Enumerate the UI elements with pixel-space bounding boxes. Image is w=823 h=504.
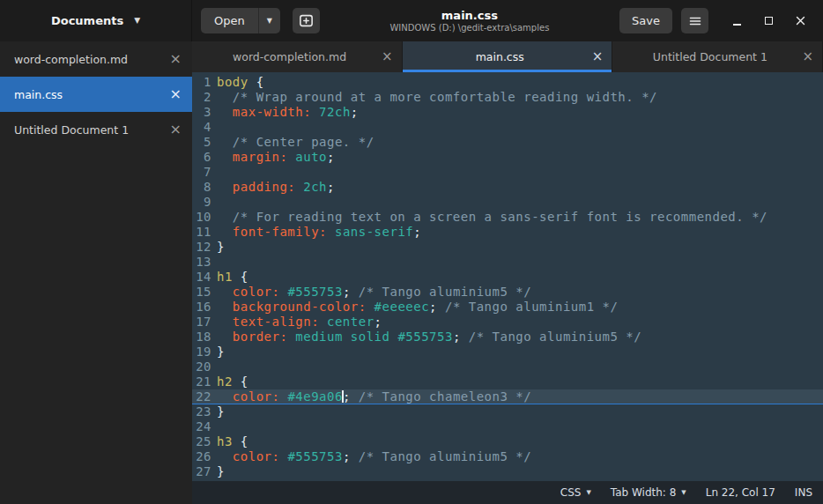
code-line[interactable]: 10 /* For reading text on a screen a san… (192, 210, 823, 225)
code-line[interactable]: 8 padding: 2ch; (192, 180, 823, 195)
code-editor[interactable]: 1body {2 /* Wrap around at a more comfor… (192, 72, 823, 481)
document-path: WINDOWS (D:) \gedit-extra\samples (389, 24, 549, 33)
code-line[interactable]: 22 color: #4e9a06; /* Tango chameleon3 *… (192, 389, 823, 404)
code-line[interactable]: 15 color: #555753; /* Tango aluminium5 *… (192, 285, 823, 300)
code-line[interactable]: 26 color: #555753; /* Tango aluminium5 *… (192, 449, 823, 464)
code-token (217, 389, 233, 404)
code-text: /* For reading text on a screen a sans-s… (211, 210, 767, 225)
sidebar-item-label: word-completion.md (14, 53, 163, 66)
open-split-button: Open ▼ (201, 8, 280, 33)
code-line[interactable]: 9 (192, 195, 823, 210)
code-token: ; (327, 150, 335, 164)
language-selector[interactable]: CSS ▼ (560, 486, 591, 499)
document-tab[interactable]: Untitled Document 1× (612, 41, 823, 72)
code-line[interactable]: 19} (192, 345, 823, 359)
code-token: auto (295, 150, 327, 164)
code-text: h1 { (211, 270, 248, 285)
close-icon[interactable]: × (795, 50, 813, 63)
close-icon[interactable]: × (163, 52, 182, 66)
line-number: 6 (192, 150, 211, 165)
code-text: max-width: 72ch; (211, 105, 359, 120)
code-token (295, 180, 303, 194)
sidebar-item[interactable]: main.css× (0, 77, 192, 112)
close-icon[interactable]: × (374, 50, 393, 63)
code-line[interactable]: 11 font-family: sans-serif; (192, 225, 823, 240)
code-line[interactable]: 13 (192, 255, 823, 270)
document-tab[interactable]: main.css× (403, 41, 613, 72)
code-token: #555753 (287, 285, 343, 299)
sidebar-item[interactable]: word-completion.md× (0, 41, 192, 77)
code-line[interactable]: 5 /* Center page. */ (192, 135, 823, 150)
code-line[interactable]: 27} (192, 464, 823, 479)
code-line[interactable]: 12} (192, 240, 823, 255)
maximize-button[interactable] (753, 8, 784, 34)
insert-mode-indicator: INS (795, 486, 812, 499)
code-line[interactable]: 21h2 { (192, 374, 823, 389)
code-token: } (217, 404, 225, 419)
line-number: 3 (192, 105, 211, 120)
tab-width-selector[interactable]: Tab Width: 8 ▼ (611, 486, 686, 499)
code-text: } (211, 345, 225, 359)
code-line[interactable]: 14h1 { (192, 270, 823, 285)
code-line[interactable]: 18 border: medium solid #555753; /* Tang… (192, 330, 823, 345)
code-token: color: (233, 449, 280, 463)
new-tab-button[interactable] (293, 8, 320, 33)
code-line[interactable]: 4 (192, 120, 823, 135)
code-text: h3 { (211, 434, 248, 449)
code-token: ; (429, 300, 445, 314)
code-text: border: medium solid #555753; /* Tango a… (211, 330, 641, 345)
code-token: border: (233, 330, 288, 344)
code-text: color: #4e9a06; /* Tango chameleon3 */ (211, 389, 531, 404)
code-token (217, 315, 233, 329)
line-number: 14 (192, 270, 211, 285)
line-number: 1 (192, 75, 211, 90)
code-line[interactable]: 7 (192, 165, 823, 180)
code-token (217, 150, 233, 164)
code-line[interactable]: 20 (192, 359, 823, 374)
code-token: background-color: (233, 300, 367, 314)
menu-button[interactable] (681, 8, 708, 33)
code-line[interactable]: 24 (192, 419, 823, 434)
code-line[interactable]: 16 background-color: #eeeeec; /* Tango a… (192, 300, 823, 315)
code-line[interactable]: 25h3 { (192, 434, 823, 449)
code-line[interactable]: 1body { (192, 75, 823, 90)
open-button[interactable]: Open (201, 8, 258, 33)
code-line[interactable]: 2 /* Wrap around at a more comfortable r… (192, 90, 823, 105)
sidebar-item-label: Untitled Document 1 (14, 123, 163, 137)
close-button[interactable] (784, 8, 816, 34)
code-text: margin: auto; (211, 150, 335, 165)
document-tab[interactable]: word-completion.md× (192, 41, 403, 72)
code-text: } (211, 464, 225, 479)
code-token: /* Wrap around at a more comfortable rea… (217, 90, 657, 104)
close-icon[interactable]: × (163, 122, 182, 137)
code-token: /* Tango aluminium5 */ (359, 285, 531, 299)
minimize-button[interactable] (721, 8, 753, 34)
code-line[interactable]: 23} (192, 404, 823, 419)
code-token: max-width: (233, 105, 311, 119)
documents-menu-button[interactable]: Documents ▼ (51, 14, 140, 27)
line-number: 2 (192, 90, 211, 105)
code-text: text-align: center; (211, 315, 382, 330)
code-token: #eeeeec (374, 300, 430, 314)
code-line[interactable]: 17 text-align: center; (192, 315, 823, 330)
code-token: sans-serif (335, 225, 413, 239)
code-text: background-color: #eeeeec; /* Tango alum… (211, 300, 618, 315)
tab-label: main.css (415, 50, 585, 63)
code-token (311, 105, 319, 119)
line-number: 5 (192, 135, 211, 150)
line-number: 24 (192, 419, 211, 434)
line-number: 11 (192, 225, 211, 240)
code-text: color: #555753; /* Tango aluminium5 */ (211, 285, 531, 300)
save-button[interactable]: Save (619, 8, 672, 33)
code-line[interactable]: 3 max-width: 72ch; (192, 105, 823, 120)
open-dropdown-button[interactable]: ▼ (258, 8, 280, 33)
code-token (217, 330, 233, 344)
line-number: 4 (192, 120, 211, 135)
close-icon[interactable]: × (163, 87, 182, 101)
tab-bar: word-completion.md×main.css×Untitled Doc… (192, 41, 823, 72)
code-token: #4e9a06 (287, 389, 343, 404)
close-icon[interactable]: × (585, 50, 604, 63)
code-line[interactable]: 6 margin: auto; (192, 150, 823, 165)
sidebar-item[interactable]: Untitled Document 1× (0, 112, 192, 147)
code-token: 72ch (319, 105, 351, 119)
